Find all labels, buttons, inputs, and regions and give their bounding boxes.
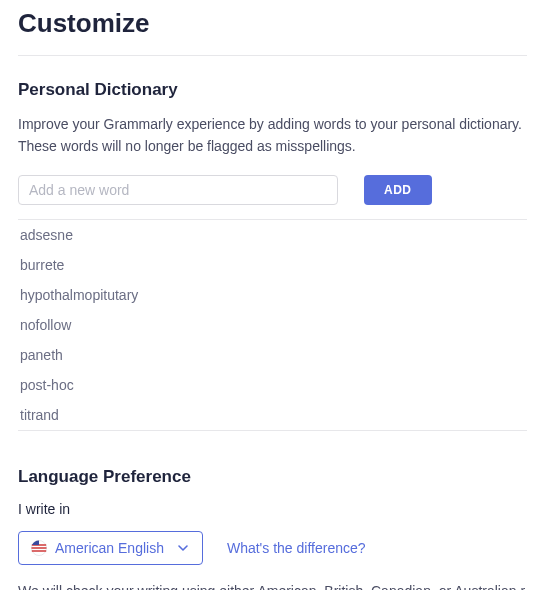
- word-list: adsesne burrete hypothalmopitutary nofol…: [18, 219, 527, 431]
- language-row: American English What's the difference?: [18, 531, 527, 565]
- add-word-input[interactable]: [18, 175, 338, 205]
- add-button[interactable]: ADD: [364, 175, 432, 205]
- list-item[interactable]: hypothalmopitutary: [18, 280, 527, 310]
- personal-dictionary-description: Improve your Grammarly experience by add…: [18, 114, 527, 157]
- list-item[interactable]: adsesne: [18, 220, 527, 250]
- chevron-down-icon: [176, 541, 190, 555]
- list-item[interactable]: paneth: [18, 340, 527, 370]
- language-preference-section: Language Preference I write in American …: [18, 467, 527, 590]
- language-subheading: I write in: [18, 501, 527, 517]
- selected-language-label: American English: [55, 540, 164, 556]
- language-dropdown[interactable]: American English: [18, 531, 203, 565]
- list-item[interactable]: burrete: [18, 250, 527, 280]
- personal-dictionary-heading: Personal Dictionary: [18, 80, 527, 100]
- add-word-row: ADD: [18, 175, 527, 205]
- difference-link[interactable]: What's the difference?: [227, 540, 366, 556]
- language-footer-text: We will check your writing using either …: [18, 583, 527, 590]
- list-item[interactable]: nofollow: [18, 310, 527, 340]
- title-divider: [18, 55, 527, 56]
- flag-icon: [31, 540, 47, 556]
- page-title: Customize: [18, 8, 527, 39]
- language-preference-heading: Language Preference: [18, 467, 527, 487]
- list-item[interactable]: titrand: [18, 400, 527, 430]
- personal-dictionary-section: Personal Dictionary Improve your Grammar…: [18, 80, 527, 431]
- list-item[interactable]: post-hoc: [18, 370, 527, 400]
